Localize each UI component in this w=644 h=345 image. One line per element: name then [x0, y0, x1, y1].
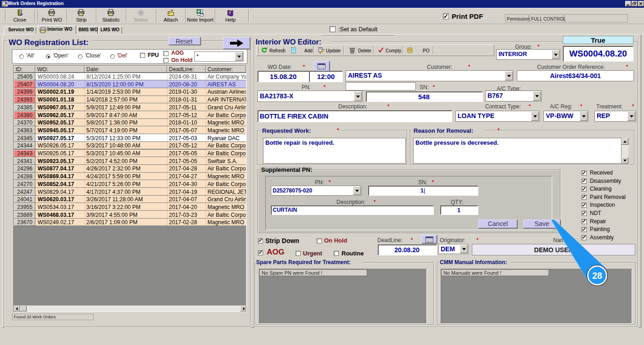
svg-text:?: ? — [229, 11, 231, 15]
